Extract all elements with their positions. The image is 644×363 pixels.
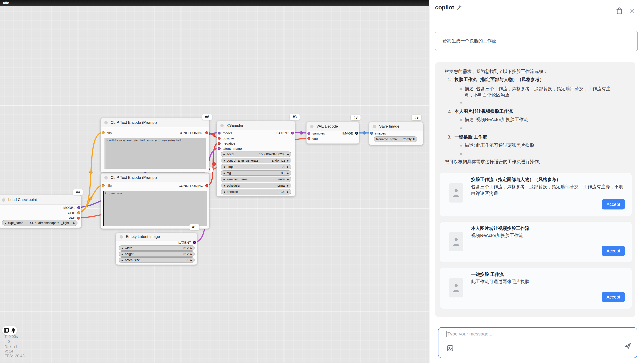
model-port-icon[interactable] (77, 206, 80, 209)
input-clip[interactable]: clip (102, 131, 112, 134)
stepper-left-icon[interactable]: ◀ (223, 159, 225, 162)
node-collapse-dot[interactable] (310, 125, 314, 128)
output-conditioning[interactable]: CONDITIONING (178, 184, 208, 187)
input-images[interactable]: images (370, 132, 386, 135)
node-list-icon[interactable] (4, 328, 9, 333)
send-button[interactable] (624, 342, 632, 351)
node-collapse-dot[interactable] (2, 198, 5, 202)
conditioning-port-icon[interactable] (205, 184, 208, 187)
control-after-generate-widget[interactable]: ◀control_after_generate randomize▶ (221, 158, 291, 163)
cfg-widget[interactable]: ◀cfg 8.0▶ (221, 170, 291, 176)
stepper-left-icon[interactable]: ◀ (223, 178, 225, 181)
ckpt-name-widget[interactable]: ◀ ckpt_name SDXL/dreamshaperXL_light... … (2, 220, 78, 226)
conditioning-port-icon[interactable] (218, 142, 220, 145)
input-samples[interactable]: samples (308, 132, 325, 135)
node-empty-latent-image[interactable]: Empty Latent Image LATENT ◀width 512▶ ◀h… (116, 233, 197, 265)
input-latent-image[interactable]: latent_image (218, 147, 242, 150)
input-model[interactable]: model (218, 131, 232, 134)
output-image[interactable]: IMAGE (342, 132, 358, 135)
positive-prompt-textarea[interactable]: beautiful scenery nature glass bottle la… (104, 138, 206, 169)
stepper-right-icon[interactable]: ▶ (190, 253, 192, 255)
accept-button[interactable]: Accept (602, 246, 625, 256)
latent-port-icon[interactable] (218, 147, 220, 150)
latent-port-icon[interactable] (308, 132, 310, 135)
stepper-right-icon[interactable]: ▶ (73, 222, 75, 224)
stepper-left-icon[interactable]: ◀ (121, 259, 123, 261)
stepper-right-icon[interactable]: ▶ (287, 178, 289, 181)
output-conditioning[interactable]: CONDITIONING (178, 131, 208, 134)
sampler-name-widget[interactable]: ◀sampler_name euler▶ (221, 177, 291, 182)
height-widget[interactable]: ◀height 512▶ (119, 251, 194, 257)
node-title-bar[interactable]: CLIP Text Encode (Prompt) (101, 173, 209, 182)
node-graph-canvas[interactable] (0, 6, 429, 363)
message-input[interactable] (447, 331, 604, 343)
node-title-bar[interactable]: Load Checkpoint (0, 195, 81, 205)
filename-prefix-widget[interactable]: filename_prefix ComfyUI (374, 136, 417, 142)
stepper-right-icon[interactable]: ▶ (190, 259, 192, 261)
seed-widget[interactable]: ◀seed 156680208700286▶ (221, 151, 291, 157)
vae-port-icon[interactable] (77, 217, 80, 220)
steps-widget[interactable]: ◀steps 20▶ (221, 164, 291, 169)
node-clip-text-encode-positive[interactable]: CLIP Text Encode (Prompt) clip CONDITION… (100, 118, 209, 172)
latent-port-icon[interactable] (193, 241, 196, 244)
stepper-right-icon[interactable]: ▶ (287, 191, 289, 193)
node-collapse-dot[interactable] (104, 176, 108, 179)
node-ksampler[interactable]: KSampler model positive negative latent_… (216, 121, 295, 197)
width-widget[interactable]: ◀width 512▶ (119, 245, 194, 251)
node-title-bar[interactable]: Empty Latent Image (116, 233, 197, 241)
vae-port-icon[interactable] (308, 137, 310, 140)
stepper-right-icon[interactable]: ▶ (287, 166, 289, 168)
close-panel-button[interactable] (630, 8, 635, 14)
stepper-left-icon[interactable]: ◀ (4, 222, 6, 224)
input-negative[interactable]: negative (218, 142, 235, 145)
stepper-left-icon[interactable]: ◀ (223, 172, 225, 174)
stepper-right-icon[interactable]: ▶ (190, 247, 192, 249)
stepper-right-icon[interactable]: ▶ (287, 184, 289, 187)
clip-port-icon[interactable] (102, 131, 104, 134)
node-title-bar[interactable]: KSampler (217, 121, 295, 130)
stepper-right-icon[interactable]: ▶ (287, 153, 289, 156)
output-latent[interactable]: LATENT (276, 131, 294, 134)
node-vae-decode[interactable]: VAE Decode samples vae IMAGE (306, 122, 359, 144)
node-collapse-dot[interactable] (120, 235, 123, 239)
node-collapse-dot[interactable] (373, 125, 376, 128)
latent-port-icon[interactable] (291, 132, 294, 134)
node-title-bar[interactable]: VAE Decode (306, 122, 359, 131)
output-clip[interactable]: CLIP (68, 211, 80, 214)
node-collapse-dot[interactable] (104, 121, 108, 124)
output-latent[interactable]: LATENT (178, 241, 196, 244)
stepper-left-icon[interactable]: ◀ (121, 247, 123, 249)
stepper-left-icon[interactable]: ◀ (223, 191, 225, 193)
accept-button[interactable]: Accept (602, 199, 625, 209)
conditioning-port-icon[interactable] (205, 131, 208, 134)
model-port-icon[interactable] (218, 132, 220, 134)
clip-port-icon[interactable] (77, 211, 80, 214)
output-model[interactable]: MODEL (63, 206, 80, 209)
node-title-bar[interactable]: Save Image (369, 122, 423, 131)
batch-size-widget[interactable]: ◀batch_size 1▶ (119, 257, 194, 263)
workflow-tree-icon[interactable] (11, 328, 16, 333)
clip-port-icon[interactable] (102, 184, 104, 187)
output-vae[interactable]: VAE (69, 216, 80, 220)
clear-chat-button[interactable] (616, 7, 623, 15)
stepper-right-icon[interactable]: ▶ (287, 159, 289, 162)
denoise-widget[interactable]: ◀denoise 1.00▶ (221, 189, 291, 194)
accept-button[interactable]: Accept (602, 292, 625, 302)
attach-image-button[interactable] (446, 345, 454, 353)
stepper-left-icon[interactable]: ◀ (223, 184, 225, 187)
stepper-left-icon[interactable]: ◀ (121, 253, 123, 255)
conditioning-port-icon[interactable] (218, 137, 220, 140)
node-clip-text-encode-negative[interactable]: CLIP Text Encode (Prompt) clip CONDITION… (100, 173, 209, 229)
input-vae[interactable]: vae (308, 137, 318, 140)
node-save-image[interactable]: Save Image images filename_prefix ComfyU… (369, 122, 423, 145)
input-clip[interactable]: clip (102, 184, 112, 187)
node-load-checkpoint[interactable]: Load Checkpoint MODEL CLIP VAE ◀ ckpt_na… (0, 195, 81, 228)
node-title-bar[interactable]: CLIP Text Encode (Prompt) (101, 118, 209, 127)
node-collapse-dot[interactable] (220, 124, 224, 127)
stepper-right-icon[interactable]: ▶ (287, 172, 289, 174)
image-port-icon[interactable] (355, 132, 358, 135)
negative-prompt-textarea[interactable]: text, watermark (103, 191, 207, 226)
scheduler-widget[interactable]: ◀scheduler normal▶ (221, 183, 291, 188)
stepper-left-icon[interactable]: ◀ (223, 153, 225, 156)
stepper-left-icon[interactable]: ◀ (223, 166, 225, 168)
